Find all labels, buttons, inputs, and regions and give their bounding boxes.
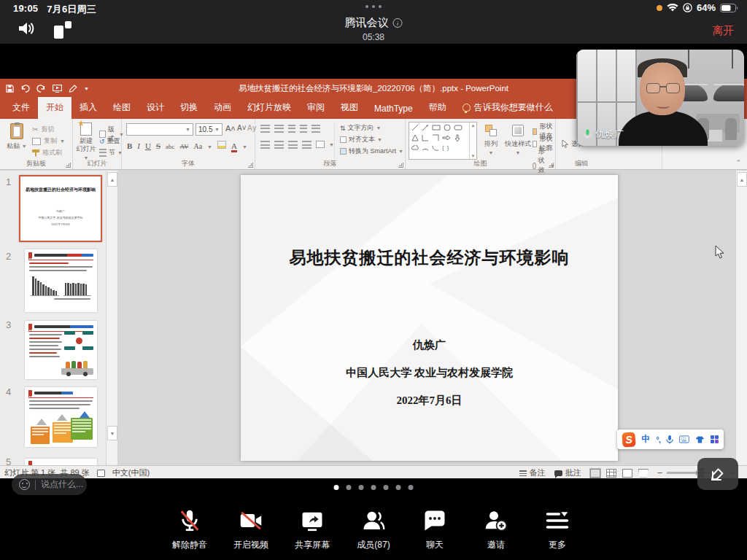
text-shadow-button[interactable]: abc (166, 143, 175, 150)
smartart-button[interactable]: 转换为 SmartArt▼ (340, 147, 403, 156)
section-button[interactable]: 节▼ (99, 148, 123, 158)
tab-draw[interactable]: 绘图 (105, 97, 139, 119)
proofing-book-icon[interactable] (97, 470, 105, 477)
more-button[interactable]: 更多 (536, 508, 578, 551)
chat-button[interactable]: 聊天 (414, 508, 456, 551)
tab-tell-me[interactable]: 告诉我你想要做什么 (454, 97, 561, 119)
slideshow-view-icon[interactable] (638, 469, 649, 478)
shape-arrow-down-icon[interactable] (454, 134, 461, 141)
shape-round-rect-icon[interactable] (454, 124, 462, 131)
tab-animations[interactable]: 动画 (206, 97, 239, 119)
cut-button[interactable]: ✂剪切 (32, 125, 54, 134)
font-dialog-launcher[interactable] (248, 163, 253, 168)
line-spacing-icon[interactable] (311, 125, 320, 133)
voice-input-icon[interactable] (666, 435, 673, 445)
italic-button[interactable]: I (137, 141, 140, 150)
slide-sorter-view-icon[interactable] (606, 469, 616, 478)
arrange-button[interactable]: 排列▼ (480, 125, 502, 156)
start-video-button[interactable]: 开启视频 (230, 508, 272, 551)
sogou-menu-icon[interactable] (711, 435, 719, 444)
strikethrough-button[interactable]: S (156, 141, 160, 150)
skin-icon[interactable] (695, 435, 705, 444)
shape-line-icon[interactable] (411, 124, 419, 131)
share-screen-button[interactable]: 共享屏幕 (291, 508, 333, 551)
speaker-video-tile[interactable]: 仇焕广 (576, 50, 744, 146)
tab-insert[interactable]: 插入 (71, 97, 105, 119)
align-right-icon[interactable] (288, 141, 298, 149)
qat-dropdown-icon[interactable]: ▼ (84, 86, 89, 91)
save-icon[interactable] (6, 85, 14, 93)
reset-button[interactable]: ↺重置 (99, 136, 120, 146)
highlight-color-icon[interactable] (217, 141, 226, 149)
tab-mathtype[interactable]: MathType (366, 99, 421, 119)
slide-thumbnail-1[interactable]: 易地扶贫搬迁的社会经济与环境影响 仇焕广 中国人民大学 农业与农村发展学院 20… (19, 175, 102, 242)
thumbnail-scrollbar[interactable]: ▲ ▼ (107, 171, 118, 465)
align-left-icon[interactable] (260, 141, 270, 149)
reading-view-icon[interactable] (622, 469, 632, 478)
shapes-gallery-scroll[interactable]: ▲▼ (469, 122, 476, 159)
meeting-info-icon[interactable]: i (393, 18, 403, 28)
language-indicator[interactable]: 中文(中国) (112, 467, 150, 478)
unmute-button[interactable]: 解除静音 (169, 508, 211, 551)
bullets-icon[interactable] (260, 125, 270, 133)
tab-help[interactable]: 帮助 (421, 97, 454, 119)
sogou-input-bar[interactable]: S 中 °, (617, 429, 724, 449)
slide-thumbnail-4[interactable] (25, 387, 97, 447)
start-slideshow-icon[interactable] (53, 85, 62, 93)
align-center-icon[interactable] (274, 141, 284, 149)
shape-arrow-right-icon[interactable] (442, 134, 451, 141)
format-painter-button[interactable]: 格式刷 (32, 148, 62, 158)
bold-button[interactable]: B (127, 141, 132, 150)
slide-thumbnail-3[interactable] (25, 321, 97, 379)
collapse-ribbon-icon[interactable]: ⌃ (735, 159, 741, 166)
shape-arrow-line-icon[interactable] (422, 124, 429, 131)
tab-design[interactable]: 设计 (139, 97, 172, 119)
undo-icon[interactable] (20, 85, 30, 93)
members-button[interactable]: 成员(87) (352, 508, 395, 551)
tab-view[interactable]: 视图 (333, 97, 366, 119)
shape-l2-icon[interactable] (432, 134, 439, 141)
thumb-scroll-down-icon[interactable]: ▼ (107, 426, 117, 440)
redo-icon[interactable] (36, 85, 46, 93)
decrease-indent-icon[interactable] (288, 125, 295, 133)
input-mode-chinese[interactable]: 中 (641, 433, 650, 446)
shape-oval-icon[interactable] (444, 124, 451, 131)
slide-scrollbar[interactable]: ▲ (735, 171, 747, 465)
switch-view-icon[interactable] (54, 21, 71, 39)
slide-scroll-up-icon[interactable]: ▲ (737, 172, 747, 187)
tab-slideshow[interactable]: 幻灯片放映 (239, 97, 299, 119)
shape-brace-left-icon[interactable]: { (442, 144, 444, 151)
font-color-button[interactable]: A (231, 143, 237, 152)
comments-toggle[interactable]: 批注 (554, 467, 581, 478)
align-text-button[interactable]: 对齐文本▼ (340, 135, 382, 144)
clipboard-dialog-launcher[interactable] (66, 163, 71, 168)
underline-button[interactable]: U (145, 141, 151, 150)
normal-view-icon[interactable] (590, 469, 600, 478)
punctuation-icon[interactable]: °, (656, 435, 659, 444)
sogou-logo-icon[interactable]: S (622, 432, 636, 447)
tab-review[interactable]: 审阅 (299, 97, 333, 119)
zoom-out-icon[interactable]: − (657, 467, 663, 478)
invite-button[interactable]: 邀请 (475, 508, 517, 551)
font-size-combo[interactable]: 10.5▼ (196, 123, 222, 136)
char-spacing-button[interactable]: AV (180, 143, 189, 150)
shape-cloud-icon[interactable] (411, 145, 419, 151)
columns-icon[interactable] (316, 141, 325, 148)
increase-indent-icon[interactable] (300, 125, 307, 133)
tab-file[interactable]: 文件 (4, 97, 38, 119)
shapes-gallery[interactable]: { } ▲▼ (409, 122, 477, 160)
change-case-button[interactable]: Aa (193, 142, 202, 150)
paragraph-dialog-launcher[interactable] (398, 163, 403, 168)
numbering-icon[interactable] (274, 125, 284, 133)
new-slide-button[interactable]: 新建幻灯片▼ (76, 122, 96, 162)
leave-button[interactable]: 离开 (712, 24, 734, 38)
justify-icon[interactable] (302, 141, 311, 149)
shape-rect-icon[interactable] (432, 124, 441, 131)
tab-transitions[interactable]: 切换 (172, 97, 206, 119)
shrink-font-button[interactable]: A˅ (237, 124, 247, 132)
text-direction-button[interactable]: ⇅文字方向▼ (340, 123, 381, 133)
paste-button[interactable]: 粘贴 ▼ (6, 123, 28, 151)
speaker-icon[interactable] (18, 20, 36, 36)
drawing-dialog-launcher[interactable] (549, 163, 554, 168)
thumb-scroll-up-icon[interactable]: ▲ (107, 172, 117, 187)
